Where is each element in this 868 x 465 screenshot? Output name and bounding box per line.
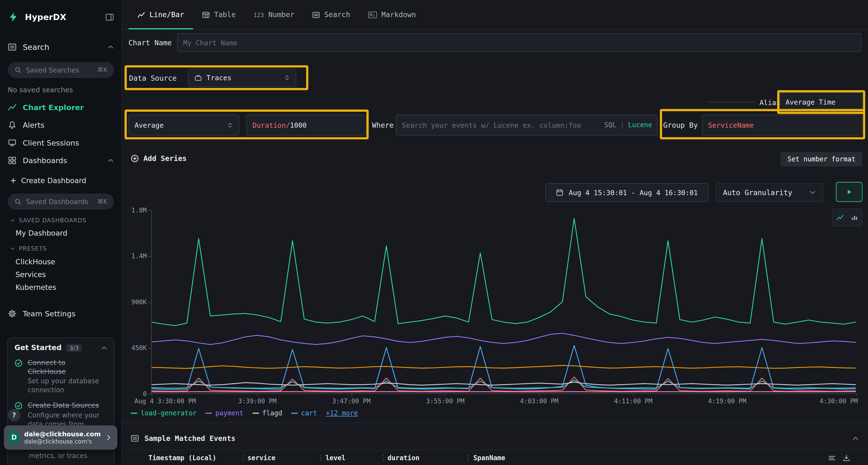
get-started-item-desc: Set up your database connection bbox=[28, 377, 105, 395]
legend-item-cart[interactable]: cart bbox=[291, 409, 317, 417]
line-chart-icon bbox=[137, 11, 145, 19]
hyperdx-logo-icon bbox=[8, 11, 19, 23]
date-range-picker[interactable]: Aug 4 15:30:01 - Aug 4 16:30:01 bbox=[545, 183, 708, 202]
tab-markdown[interactable]: M↓ Markdown bbox=[359, 0, 425, 29]
sidebar-item-alerts[interactable]: Alerts bbox=[0, 119, 122, 131]
add-series-button[interactable]: Add Series bbox=[131, 155, 187, 163]
list-icon bbox=[312, 11, 320, 19]
column-resize-icon[interactable]: ⋮ bbox=[240, 454, 247, 462]
chart-plot[interactable]: 0450K900K1.4M1.8M Aug 4 3:30:00 PM3:39:0… bbox=[151, 210, 856, 394]
sidebar-item-team-settings[interactable]: Team Settings bbox=[0, 308, 122, 320]
sidebar-section-search[interactable]: Search bbox=[0, 40, 122, 54]
create-dashboard-button[interactable]: + Create Dashboard bbox=[0, 175, 122, 186]
data-source-label: Data Source bbox=[129, 74, 177, 82]
add-series-label: Add Series bbox=[144, 155, 187, 163]
y-axis-label: 1.4M bbox=[131, 252, 147, 260]
alias-input[interactable] bbox=[779, 92, 863, 111]
tab-line-bar[interactable]: Line/Bar bbox=[128, 0, 193, 29]
column-resize-icon[interactable]: ⋮ bbox=[464, 454, 472, 462]
column-resize-icon[interactable]: ⋮ bbox=[317, 454, 324, 462]
download-icon[interactable] bbox=[842, 454, 850, 462]
play-icon bbox=[845, 188, 853, 196]
chevron-up-icon[interactable] bbox=[101, 344, 107, 351]
get-started-header[interactable]: Get Started 3/3 bbox=[14, 343, 107, 352]
help-button[interactable]: ? bbox=[8, 409, 21, 422]
sidebar-item-client-sessions[interactable]: Client Sessions bbox=[0, 137, 122, 149]
get-started-item-desc: metrics, or traces bbox=[29, 452, 87, 460]
tab-label: Markdown bbox=[381, 10, 416, 19]
saved-searches-field[interactable] bbox=[26, 66, 93, 74]
preset-kubernetes[interactable]: Kubernetes bbox=[0, 281, 122, 293]
series-line-flagd bbox=[152, 382, 856, 385]
query-language-toggle: SQL | Lucene bbox=[604, 114, 652, 135]
legend-item-flagd[interactable]: flagd bbox=[252, 409, 282, 417]
chart-canvas bbox=[152, 210, 856, 393]
column-header-timestamp[interactable]: Timestamp (Local) bbox=[148, 454, 216, 462]
column-header-level[interactable]: level bbox=[326, 454, 345, 462]
sidebar: HyperDX Search ⌘K No saved searches Char… bbox=[0, 0, 122, 465]
app-name: HyperDX bbox=[25, 12, 66, 22]
column-settings-icon[interactable] bbox=[828, 454, 836, 462]
sidebar-item-my-dashboard[interactable]: My Dashboard bbox=[0, 227, 122, 238]
sql-toggle[interactable]: SQL bbox=[604, 121, 616, 129]
sidebar-section-dashboards[interactable]: Dashboards bbox=[0, 155, 122, 167]
column-resize-icon[interactable]: ⋮ bbox=[380, 454, 387, 462]
expression-column: Duration/ bbox=[252, 121, 290, 129]
where-search: SQL | Lucene bbox=[396, 114, 658, 135]
get-started-item[interactable]: Connect to ClickHouse Set up your databa… bbox=[14, 359, 107, 395]
column-header-spanname[interactable]: SpanName bbox=[473, 454, 505, 462]
table-icon bbox=[202, 11, 210, 19]
chart-explorer-icon bbox=[8, 103, 17, 112]
get-started-item[interactable]: Create Data Sources Configure where your… bbox=[14, 401, 107, 429]
tab-number[interactable]: 123 Number bbox=[245, 0, 303, 29]
calendar-icon bbox=[556, 189, 564, 196]
shortcut-badge: ⌘K bbox=[97, 198, 107, 205]
legend-item-payment[interactable]: payment bbox=[206, 409, 243, 417]
team-settings-label: Team Settings bbox=[23, 309, 75, 318]
aggregation-value: Average bbox=[134, 121, 164, 129]
chevron-up-icon[interactable] bbox=[107, 44, 114, 51]
saved-searches-input[interactable]: ⌘K bbox=[8, 62, 114, 78]
sidebar-item-label: Alerts bbox=[23, 121, 44, 130]
data-source-select[interactable]: Traces bbox=[188, 69, 296, 87]
avatar: D bbox=[8, 430, 20, 445]
run-query-button[interactable] bbox=[836, 182, 863, 202]
x-axis-label: Aug 4 3:30:00 PM bbox=[134, 397, 196, 405]
saved-dashboards-field[interactable] bbox=[26, 198, 93, 205]
group-by-field[interactable]: ServiceName bbox=[702, 114, 863, 135]
monitor-icon bbox=[8, 138, 17, 147]
aggregation-select[interactable]: Average bbox=[128, 114, 239, 135]
saved-dashboards-input[interactable]: ⌘K bbox=[8, 194, 114, 210]
sidebar-collapse-icon[interactable] bbox=[105, 13, 114, 22]
chart-name-input[interactable] bbox=[177, 33, 862, 52]
x-axis-label: 3:39:00 PM bbox=[238, 397, 277, 405]
app-window: HyperDX Search ⌘K No saved searches Char… bbox=[0, 0, 868, 465]
chevron-up-icon[interactable] bbox=[107, 157, 114, 164]
granularity-select[interactable]: Auto Granularity bbox=[716, 183, 823, 202]
set-number-format-button[interactable]: Set number format bbox=[780, 152, 863, 166]
chevron-right-icon bbox=[105, 434, 112, 441]
preset-services[interactable]: Services bbox=[0, 269, 122, 280]
y-axis-tick bbox=[148, 210, 152, 210]
expression-field[interactable]: Duration/ 1000 bbox=[246, 114, 367, 135]
preset-link: Kubernetes bbox=[16, 283, 56, 291]
chevron-up-icon[interactable] bbox=[852, 434, 859, 442]
tab-search[interactable]: Search bbox=[303, 0, 359, 29]
tab-label: Search bbox=[324, 10, 350, 19]
legend-more-link[interactable]: +12 more bbox=[326, 409, 358, 417]
user-menu[interactable]: D dale@clickhouse.com dale@clickhouse.co… bbox=[4, 426, 117, 450]
sidebar-item-chart-explorer[interactable]: Chart Explorer bbox=[0, 101, 122, 113]
lucene-toggle[interactable]: Lucene bbox=[628, 121, 652, 129]
group-presets[interactable]: PRESETS bbox=[0, 244, 122, 253]
column-header-duration[interactable]: duration bbox=[388, 454, 420, 462]
group-saved-dashboards[interactable]: SAVED DASHBOARDS bbox=[0, 215, 122, 225]
preset-link: Services bbox=[16, 270, 46, 278]
column-header-service[interactable]: service bbox=[247, 454, 275, 462]
tab-table[interactable]: Table bbox=[193, 0, 245, 29]
preset-clickhouse[interactable]: ClickHouse bbox=[0, 256, 122, 267]
sample-events-header[interactable]: Sample Matched Events bbox=[122, 431, 868, 445]
x-axis-tick bbox=[539, 393, 540, 396]
y-axis-label: 450K bbox=[131, 344, 147, 352]
legend-item-load-generator[interactable]: load-generator bbox=[131, 409, 197, 417]
select-chevrons-icon bbox=[284, 75, 290, 81]
